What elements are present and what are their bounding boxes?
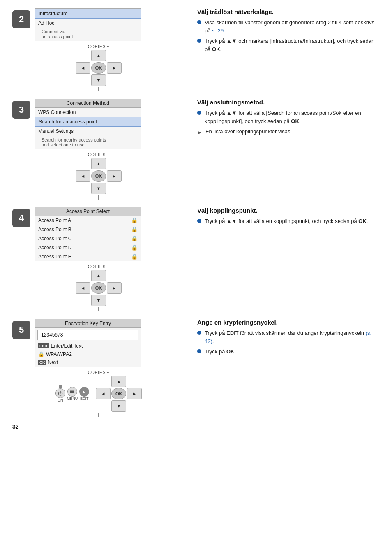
ok-text-1: OK xyxy=(212,46,220,52)
dpad3-up[interactable]: ▲ xyxy=(91,158,106,169)
link-s42[interactable]: (s. 42) xyxy=(205,330,371,344)
step-5-right: Ange en krypteringsnyckel. Tryck på EDIT… xyxy=(185,319,380,358)
dpad-ok-btn[interactable]: OK xyxy=(91,62,106,74)
ap-row-e: Access Point E 🔒 xyxy=(35,252,141,261)
copies-label-4: COPIES+ xyxy=(88,265,110,269)
ok-text-5-2: OK xyxy=(226,348,235,355)
screen-search-desc: Search for nearby access pointsand selec… xyxy=(35,136,141,149)
dpad-topleft-empty xyxy=(76,50,90,61)
dpad5-left[interactable]: ◄ xyxy=(96,388,111,399)
dpad3-down[interactable]: ▼ xyxy=(91,183,106,194)
step-3-screen: Connection Method WPS Connection Search … xyxy=(35,99,141,149)
dpad-bar-5 xyxy=(98,413,99,417)
bullet-circle-4-1 xyxy=(197,219,201,223)
step-4-bullets: Tryck på ▲▼ för att välja en kopplingspu… xyxy=(197,217,380,225)
full-ctrl-row: ON MENU xyxy=(55,376,142,412)
step-4-number: 4 xyxy=(12,209,30,227)
step-5-number: 5 xyxy=(12,321,30,339)
svg-rect-1 xyxy=(70,391,74,392)
dpad4-br xyxy=(107,295,122,306)
bullet-circle-1 xyxy=(197,20,201,24)
dpad5-tr xyxy=(127,376,142,387)
copies-plus-icon-4: + xyxy=(106,265,109,269)
dpad5-br xyxy=(127,400,142,412)
dpad-topright-empty xyxy=(107,50,122,61)
dpad5-down[interactable]: ▼ xyxy=(111,400,126,412)
copies-plus-icon-5: + xyxy=(106,370,109,375)
dpad-down-btn[interactable]: ▼ xyxy=(91,74,106,86)
dpad4-ok[interactable]: OK xyxy=(91,282,106,294)
dpad-up-btn[interactable]: ▲ xyxy=(91,50,106,61)
step-5-bullets: Tryck på EDIT för att visa skärmen där d… xyxy=(197,329,380,356)
dpad-bottomright-empty xyxy=(107,74,122,86)
menu-button[interactable] xyxy=(67,387,77,397)
enc-input-field[interactable]: 12345678 xyxy=(37,330,138,340)
bullet-3-1-text: Tryck på ▲▼ för att välja [Search for an… xyxy=(205,109,380,125)
step-4-controller: COPIES+ ▲ ◄ OK ► ▼ xyxy=(76,265,122,311)
screen-ap-select-title: Access Point Select xyxy=(35,207,141,216)
ap-row-d: Access Point D 🔒 xyxy=(35,243,141,252)
page-number: 32 xyxy=(12,423,380,430)
dpad5-ok[interactable]: OK xyxy=(111,388,126,399)
ap-a-label: Access Point A xyxy=(38,218,71,223)
ap-e-label: Access Point E xyxy=(38,254,71,260)
edit-button[interactable]: E xyxy=(79,387,89,397)
dpad4-right[interactable]: ► xyxy=(107,282,122,294)
svg-rect-2 xyxy=(70,392,74,393)
bullet-3-1: Tryck på ▲▼ för att välja [Search for an… xyxy=(197,109,380,125)
copies-label-3: COPIES+ xyxy=(88,153,110,157)
bullet-5-2-text: Tryck på OK. xyxy=(205,348,236,356)
ap-d-label: Access Point D xyxy=(38,245,71,251)
screen-adhoc: Ad Hoc xyxy=(35,19,141,28)
step-2-controller: COPIES+ ▲ ◄ OK ► ▼ xyxy=(76,44,122,91)
enc-next-label: Next xyxy=(48,360,58,365)
dpad3-ok[interactable]: OK xyxy=(91,170,106,182)
dpad-left-btn[interactable]: ◄ xyxy=(76,62,90,74)
ap-row-b: Access Point B 🔒 xyxy=(35,225,141,234)
dpad-bottomleft-empty xyxy=(76,74,90,86)
enc-wpa-row: 🔒 WPA/WPA2 xyxy=(35,350,141,358)
dpad4-up[interactable]: ▲ xyxy=(91,270,106,281)
step-5-heading: Ange en krypteringsnyckel. xyxy=(197,319,380,326)
dpad-bar-2 xyxy=(98,87,99,91)
arrow-icon-3-2: ► xyxy=(197,129,202,136)
bullet-4-1: Tryck på ▲▼ för att välja en kopplingspu… xyxy=(197,217,380,225)
power-button[interactable] xyxy=(55,388,65,398)
menu-label: MENU xyxy=(67,397,78,401)
lock-icon-b: 🔒 xyxy=(131,226,138,232)
step-4-right: Välj kopplingspunkt. Tryck på ▲▼ för att… xyxy=(185,207,380,228)
dpad-right-btn[interactable]: ► xyxy=(107,62,122,74)
step-2-right: Välj trådlöst nätverksläge. Visa skärmen… xyxy=(185,8,380,56)
dpad4-tl xyxy=(76,270,90,281)
power-dot xyxy=(59,385,62,388)
link-s29[interactable]: s. 29 xyxy=(212,28,224,34)
screen-manual: Manual Settings xyxy=(35,127,141,136)
dpad4-down[interactable]: ▼ xyxy=(91,295,106,306)
bullet-2-1: Visa skärmen till vänster genom att geno… xyxy=(197,19,380,35)
copies-label: COPIES+ xyxy=(88,44,110,49)
dpad3-right[interactable]: ► xyxy=(107,170,122,182)
ok-text-4-1: OK xyxy=(358,218,367,224)
step-2: 2 Infrastructure Ad Hoc Connect viaan ac… xyxy=(12,8,380,95)
bullet-2-1-text: Visa skärmen till vänster genom att geno… xyxy=(205,19,380,35)
ap-row-c: Access Point C 🔒 xyxy=(35,234,141,243)
screen-infrastructure: Infrastructure xyxy=(35,9,141,19)
bullet-circle-5-2 xyxy=(197,349,201,353)
step-4: 4 Access Point Select Access Point A 🔒 A… xyxy=(12,207,380,315)
dpad5-up[interactable]: ▲ xyxy=(111,376,126,387)
dpad5-right[interactable]: ► xyxy=(127,388,142,399)
svg-rect-0 xyxy=(70,390,74,391)
edit-label: EDIT xyxy=(80,397,89,401)
bullet-4-1-text: Tryck på ▲▼ för att välja en kopplingspu… xyxy=(205,217,368,225)
bullet-5-2: Tryck på OK. xyxy=(197,348,380,356)
dpad-3: ▲ ◄ OK ► ▼ xyxy=(76,158,122,194)
dpad3-left[interactable]: ◄ xyxy=(76,170,90,182)
ok-text-3-1: OK xyxy=(291,118,299,124)
bullet-3-2: ► En lista över kopplingspunkter visas. xyxy=(197,128,380,136)
copies-plus-icon: + xyxy=(106,44,109,49)
on-label: ON xyxy=(58,398,63,402)
dpad4-left[interactable]: ◄ xyxy=(76,282,90,294)
dpad-bar-4 xyxy=(98,307,99,311)
screen-wps: WPS Connection xyxy=(35,108,141,117)
dpad4-bl xyxy=(76,295,90,306)
